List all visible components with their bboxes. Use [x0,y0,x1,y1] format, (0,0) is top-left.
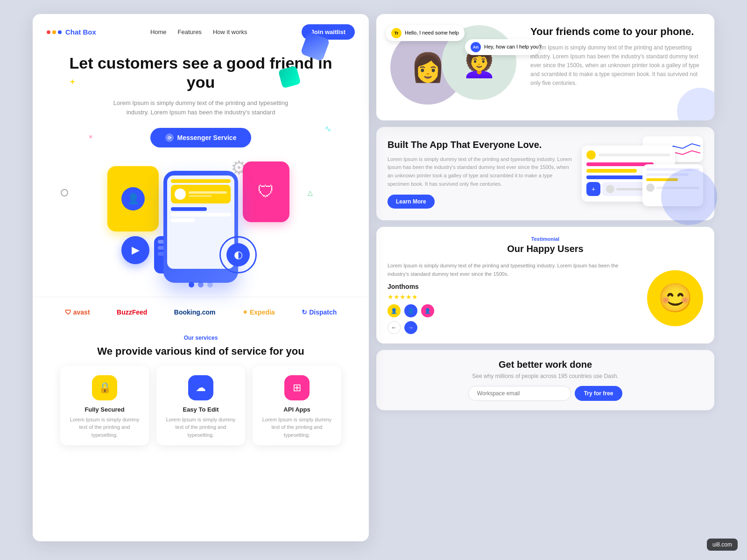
work-input-row: Try for free [388,386,703,401]
testimonial-section: Testimonial Our Happy Users Lorem Ipsum … [376,227,714,343]
buzzfeed-label: BuzzFeed [117,308,147,316]
api-icon-wrap: ⊞ [284,375,310,400]
circle-decor: ◐ [219,236,257,273]
hero-section: + × ∿ △ Let customers see a good friend … [33,40,369,292]
app-mockup: + [582,136,703,211]
chat-bubble-1: Tr Hello, I need some help [386,25,465,41]
logo-text: Chat Box [65,28,96,36]
mockup-row-blue [586,175,645,179]
testimonial-next-button[interactable]: → [404,321,417,334]
nav-how-it-works[interactable]: How it works [213,28,247,35]
app-desc: Lorem Ipsum is simply dummy text of the … [388,155,572,188]
learn-more-button[interactable]: Learn More [388,195,435,209]
services-tag: Our services [51,335,350,341]
api-desc: Lorem Ipsum is simply dummy text of the … [260,416,334,439]
booking-label: Booking.com [174,308,216,316]
decor-wave-1: ∿ [324,124,331,134]
brand-buzzfeed: BuzzFeed [117,308,147,316]
nav-home[interactable]: Home [150,28,167,35]
screen-line-4 [171,218,195,222]
testimonial-left: Lorem Ipsum is simply dummy text of the … [388,262,640,334]
api-title: API Apps [260,406,334,413]
dispatch-icon: ↻ [302,308,307,316]
testimonial-small-avatars: 👤 👤 👤 [388,304,640,317]
screen-line-1 [171,179,231,183]
nav-links: Home Features How it works [110,28,288,35]
work-section: Get better work done See why millions of… [376,350,714,410]
testimonial-heading: Our Happy Users [388,244,703,254]
email-input[interactable] [468,386,571,401]
service-card-secured: 🔒 Fully Secured Lorem Ipsum is simply du… [60,366,149,446]
play-button[interactable]: ▶ [121,236,149,264]
avast-label: avast [73,308,90,316]
watermark: ui8.com [707,539,738,551]
testimonial-content: Lorem Ipsum is simply dummy text of the … [388,262,703,334]
chat-bubble-2: An Hey, how can I help you? [465,39,540,55]
blob-decor [661,169,717,225]
testimonial-prev-button[interactable]: ← [388,321,401,334]
navbar: Chat Box Home Features How it works Join… [33,14,369,40]
bubble-avatar-an: An [471,42,481,52]
user-profile-icon: 👤 [121,187,145,210]
brand-avast: 🛡 avast [65,308,90,316]
edit-icon-wrap: ☁ [188,375,213,400]
small-avatar-2: 👤 [404,304,417,317]
edit-desc: Lorem Ipsum is simply dummy text of the … [164,416,238,439]
right-panel: 👩 👩‍🦱 Tr Hello, I need some help An Hey,… [376,14,714,541]
messenger-btn-label: Messenger Service [177,134,237,141]
bubble-avatar-tr: Tr [391,28,402,38]
secured-icon-wrap: 🔒 [92,375,117,400]
try-free-button[interactable]: Try for free [575,386,623,401]
small-avatar-1: 👤 [388,304,401,317]
brand-booking: Booking.com [174,308,216,316]
brands-row: 🛡 avast BuzzFeed Booking.com ✦ Expedia ↻… [33,297,369,327]
service-cards: 🔒 Fully Secured Lorem Ipsum is simply du… [51,366,350,446]
messenger-button[interactable]: ⟳ Messenger Service [150,128,252,147]
card-pink: 🛡 [243,161,289,222]
secured-desc: Lorem Ipsum is simply dummy text of the … [68,416,141,439]
lock-icon: 🔒 [99,382,111,394]
bottom-circles [189,282,213,287]
app-section: Built The App That Everyone Love. Lorem … [376,127,714,220]
nav-features[interactable]: Features [178,28,202,35]
secured-title: Fully Secured [68,406,141,413]
work-heading: Get better work done [388,359,703,370]
small-avatar-3: 👤 [421,304,434,317]
decor-x-1: × [89,133,92,140]
testimonial-author: Jonthoms [388,283,640,290]
friends-text: Your friends come to your phone. Lorem I… [530,25,700,88]
friends-heading: Your friends come to your phone. [530,25,700,39]
card-yellow: 👤 [107,166,159,231]
brand-dispatch: ↻ Dispatch [302,308,337,316]
testimonial-avatar: 😊 [647,270,703,326]
expedia-label: Expedia [250,308,275,316]
grid-icon: ⊞ [293,382,301,394]
testimonial-text: Lorem Ipsum is simply dummy text of the … [388,262,640,278]
dispatch-label: Dispatch [309,308,337,316]
services-title: We provide various kind of service for y… [51,345,350,358]
services-section: Our services We provide various kind of … [33,327,369,455]
service-card-edit: ☁ Easy To Edit Lorem Ipsum is simply dum… [156,366,245,446]
app-text: Built The App That Everyone Love. Lorem … [388,139,572,209]
logo-dots [47,30,62,34]
testimonial-tag: Testimonial [388,236,703,242]
app-heading: Built The App That Everyone Love. [388,139,572,151]
testimonial-stars: ★★★★★ [388,293,640,301]
friends-section: 👩 👩‍🦱 Tr Hello, I need some help An Hey,… [376,14,714,120]
brand-expedia: ✦ Expedia [242,308,275,316]
screen-line-3 [171,213,231,217]
hero-subtitle: Lorem Ipsum is simply dummy text of the … [112,98,289,118]
expedia-icon: ✦ [242,308,248,316]
testimonial-nav: ← → [388,321,640,334]
hero-illustration: ⚙ 👤 🛡 ▶ [61,152,341,292]
edit-title: Easy To Edit [164,406,238,413]
logo-dot-yellow [52,30,56,34]
join-waitlist-button[interactable]: Join waitlist [302,24,355,40]
friends-avatars: 👩 👩‍🦱 Tr Hello, I need some help An Hey,… [390,25,521,109]
service-card-api: ⊞ API Apps Lorem Ipsum is simply dummy t… [253,366,341,446]
bubble-text-2: Hey, how can I help you? [484,44,542,49]
logo: Chat Box [47,28,96,36]
avast-icon: 🛡 [65,308,71,316]
cloud-icon: ☁ [196,382,206,394]
screen-line-2 [171,207,207,211]
